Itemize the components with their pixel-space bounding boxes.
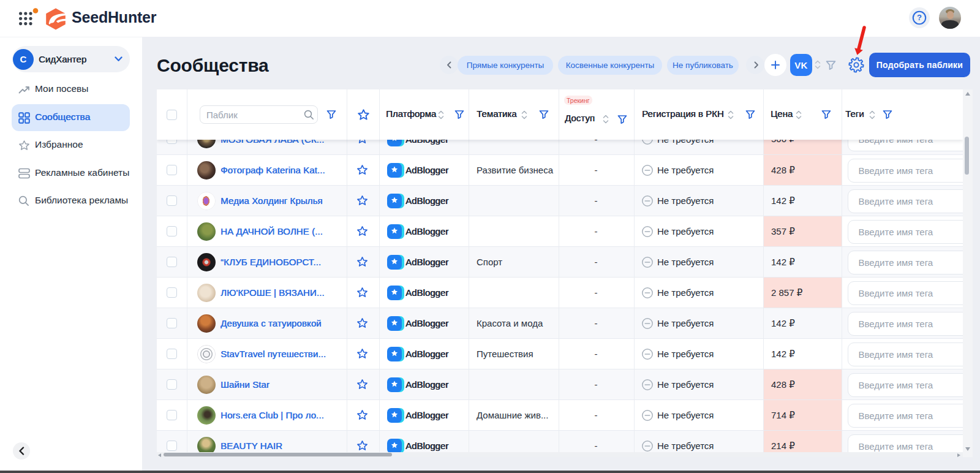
svg-text:?: ?	[917, 13, 922, 22]
